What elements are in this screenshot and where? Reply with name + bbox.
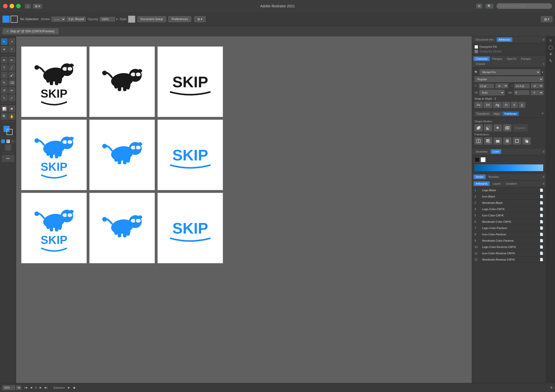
leading-input[interactable] xyxy=(514,84,530,88)
merge-button[interactable] xyxy=(494,137,502,145)
search-help-button[interactable]: 🔍 xyxy=(485,4,493,9)
character2-tab[interactable]: Charact xyxy=(474,62,487,66)
overprint-stroke-label[interactable]: Overprint Stroke xyxy=(475,50,543,53)
warp-tool-button[interactable]: ⤢ xyxy=(9,95,15,101)
artboard-list-item[interactable]: 9 Wordmark-Color-Pantone 📄 xyxy=(472,238,546,244)
layers-tab[interactable]: Layers xyxy=(491,181,503,186)
document-setup-button[interactable]: Document Setup xyxy=(137,16,166,22)
opentype-tab[interactable]: OpenTy xyxy=(505,57,518,61)
tracking-unit[interactable]: 0 xyxy=(531,90,543,95)
none-mode-button[interactable]: ✕ xyxy=(11,139,15,143)
trim-button[interactable] xyxy=(484,137,492,145)
zoom-select[interactable]: ▾ xyxy=(16,386,21,390)
maximize-window-button[interactable] xyxy=(16,4,21,8)
gradient-mode-button[interactable] xyxy=(6,139,10,143)
stop-icon[interactable]: ⏹ xyxy=(73,386,76,389)
select-tool-button[interactable]: ↖ xyxy=(1,38,8,45)
kerning-select[interactable]: Auto xyxy=(479,90,505,95)
stroke-select[interactable]: —— xyxy=(51,17,66,22)
screen-mode-button[interactable]: ⬚ xyxy=(5,144,11,151)
add-anchor-tool-button[interactable]: ✏ xyxy=(9,57,15,63)
artboard-list-item[interactable]: 6 Wordmark-Color-CMYK 📄 xyxy=(472,219,546,225)
panel-strip-icon-2[interactable]: ◯ xyxy=(548,45,553,50)
fill-color-box[interactable] xyxy=(3,16,10,23)
artboard-list-item[interactable]: 2 Icon-Black 📄 xyxy=(472,193,546,200)
divide-button[interactable] xyxy=(475,137,483,145)
panel-strip-icon-3[interactable]: ☀ xyxy=(549,52,552,57)
swatch-black[interactable] xyxy=(475,157,480,162)
style-preview[interactable] xyxy=(128,16,135,23)
brushes-tab[interactable]: Brushes xyxy=(487,175,501,179)
magic-wand-tool-button[interactable]: ✦ xyxy=(1,46,8,52)
tab-close-icon[interactable]: × xyxy=(7,29,9,33)
arrange-button[interactable]: ⊞ ▾ xyxy=(194,16,206,22)
minimize-window-button[interactable] xyxy=(10,4,14,8)
search-adobe-help-input[interactable] xyxy=(496,3,552,9)
stroke-color-box[interactable] xyxy=(11,16,18,23)
artboard-list-item[interactable]: 10 Logo-Color-Reverse-CMYK 📄 xyxy=(472,244,546,250)
opacity-dropdown-icon[interactable]: ▾ xyxy=(116,17,118,21)
artboard-6-wordmark-color[interactable]: SKIP xyxy=(157,120,223,190)
paragraph2-tab[interactable]: Paragra xyxy=(519,57,533,61)
artboard-8-icon-pantone[interactable] xyxy=(89,193,155,263)
nav-forward-icon[interactable]: ▶ xyxy=(40,386,42,389)
minus-back-button[interactable] xyxy=(522,137,531,145)
unite-button[interactable] xyxy=(475,124,483,131)
font-style-select[interactable]: Regular xyxy=(475,76,543,82)
artboard-list-item[interactable]: 11 Icon-Color-Reverse-CMYK 📄 xyxy=(472,250,546,257)
graph-tool-button[interactable]: 📊 xyxy=(1,105,8,112)
artboard-nav-icon[interactable]: ⊞ xyxy=(550,386,552,389)
rect-tool-button[interactable]: □ xyxy=(1,72,8,78)
symbol-spray-tool-button[interactable]: ✺ xyxy=(9,105,15,112)
artboard-3-wordmark-black[interactable]: SKIP xyxy=(157,46,223,117)
crop-button[interactable] xyxy=(503,137,511,145)
eraser-tool-button[interactable]: ⌫ xyxy=(9,79,15,86)
home-icon-button[interactable]: ⌂ xyxy=(25,4,31,9)
panel-toggle-button[interactable]: ▤ ▾ xyxy=(541,16,552,22)
artboard-list-item[interactable]: 7 Logo-Color-Pantone 📄 xyxy=(472,225,546,231)
mirror-tool-button[interactable]: ⇔ xyxy=(9,87,15,94)
underline-button[interactable]: A xyxy=(519,102,525,108)
all-caps-big-button[interactable]: A xyxy=(511,102,518,108)
attributes-tab[interactable]: Attributes xyxy=(497,37,512,42)
align-tab[interactable]: Align xyxy=(492,111,502,116)
type-tool-button[interactable]: T xyxy=(1,64,8,71)
zoom-input[interactable] xyxy=(3,385,15,390)
gradient-tab[interactable]: Gradient xyxy=(504,181,519,186)
line-tool-button[interactable]: ╱ xyxy=(9,64,15,71)
color-mode-button[interactable] xyxy=(1,139,5,143)
hand-tool-button[interactable]: ✋ xyxy=(9,113,15,120)
status-arrow-icon[interactable]: ▶ xyxy=(68,386,70,389)
direct-select-tool-button[interactable]: ↗ xyxy=(9,38,15,45)
artboard-list-item[interactable]: 3 Wordmark-Black 📄 xyxy=(472,200,546,206)
opacity-input[interactable] xyxy=(100,17,115,21)
expand-button[interactable]: Expand xyxy=(513,124,528,131)
char-panel-menu-icon[interactable]: ≡ xyxy=(543,63,544,65)
nav-back-icon[interactable]: ◀ xyxy=(30,386,32,389)
color-gradient-bar[interactable] xyxy=(475,164,543,171)
stroke-menu-icon[interactable]: ≡ xyxy=(543,175,544,179)
lasso-tool-button[interactable]: ⌖ xyxy=(9,46,15,52)
zoom-tool-button[interactable]: 🔍 xyxy=(1,113,8,120)
document-tab[interactable]: × Skip.ai* @ 50% (CMYK/Preview) xyxy=(3,28,59,34)
paragraph-tab[interactable]: Paragra xyxy=(490,57,504,61)
font-size-input[interactable] xyxy=(479,84,494,88)
minus-front-button[interactable] xyxy=(484,124,492,131)
rotate-tool-button[interactable]: ↺ xyxy=(1,87,8,94)
transform-tab[interactable]: Transform xyxy=(475,111,491,116)
artboards-menu-icon[interactable]: ≡ xyxy=(543,182,544,185)
leading-unit[interactable]: pt xyxy=(531,83,543,88)
artboard-2-icon-black[interactable] xyxy=(89,46,155,117)
more-tools-button[interactable]: ••• xyxy=(2,155,14,162)
artboards-tab[interactable]: Artboards xyxy=(474,181,490,186)
font-select[interactable]: Myriad Pro xyxy=(480,69,540,75)
panel-strip-icon-1[interactable]: ≡ xyxy=(549,38,552,43)
overprint-fill-checkbox[interactable] xyxy=(475,45,478,49)
baseline-shift-button[interactable]: Ag xyxy=(493,102,502,108)
close-window-button[interactable] xyxy=(3,4,8,8)
all-caps-button[interactable]: Ax xyxy=(475,102,483,108)
pathfinder-tab[interactable]: Pathfinder xyxy=(502,111,519,116)
artboard-5-icon-color[interactable] xyxy=(89,120,155,190)
artboard-list-item[interactable]: 4 Logo-Color-CMYK 📄 xyxy=(472,206,546,212)
artboard-7-logo-pantone[interactable]: SKIP xyxy=(21,193,87,263)
